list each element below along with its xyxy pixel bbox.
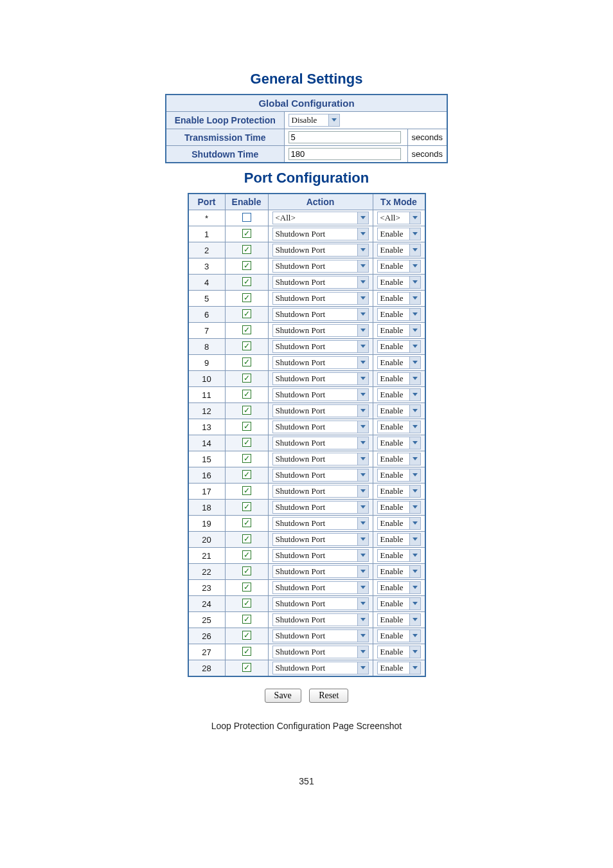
action-port-select[interactable]: Shutdown Port bbox=[272, 356, 369, 369]
txmode-port-select[interactable]: Enable bbox=[377, 437, 421, 449]
port-row: 13✓Shutdown PortEnable bbox=[188, 419, 425, 435]
action-port-select[interactable]: Shutdown Port bbox=[272, 420, 369, 433]
txmode-port-select[interactable]: Enable bbox=[377, 388, 421, 401]
action-port-select[interactable]: Shutdown Port bbox=[272, 469, 369, 482]
txmode-port-select[interactable]: Enable bbox=[377, 549, 421, 562]
txmode-port-select[interactable]: Enable bbox=[377, 372, 421, 385]
txmode-port-select[interactable]: Enable bbox=[377, 629, 421, 642]
svg-marker-27 bbox=[360, 425, 366, 428]
txmode-all-select[interactable]: <All> bbox=[377, 212, 421, 224]
txmode-port-select[interactable]: Enable bbox=[377, 244, 421, 257]
enable-checkbox[interactable]: ✓ bbox=[242, 631, 251, 640]
txmode-port-select[interactable]: Enable bbox=[377, 404, 421, 417]
enable-checkbox[interactable]: ✓ bbox=[242, 438, 251, 447]
txmode-port-select[interactable]: Enable bbox=[377, 613, 421, 626]
action-port-select[interactable]: Shutdown Port bbox=[272, 485, 369, 498]
txmode-port-select[interactable]: Enable bbox=[377, 276, 421, 289]
action-port-select[interactable]: Shutdown Port bbox=[272, 324, 369, 337]
txmode-port-select[interactable]: Enable bbox=[377, 565, 421, 578]
enable-checkbox[interactable]: ✓ bbox=[242, 261, 251, 270]
port-cell: 19 bbox=[188, 516, 226, 532]
txmode-port-select[interactable]: Enable bbox=[377, 340, 421, 353]
txmode-port-select[interactable]: Enable bbox=[377, 597, 421, 610]
action-port-select[interactable]: Shutdown Port bbox=[272, 437, 369, 449]
action-port-select[interactable]: Shutdown Port bbox=[272, 340, 369, 353]
enable-checkbox[interactable]: ✓ bbox=[242, 357, 251, 366]
enable-checkbox[interactable]: ✓ bbox=[242, 647, 251, 656]
txmode-port-select[interactable]: Enable bbox=[377, 453, 421, 466]
action-port-select[interactable]: Shutdown Port bbox=[272, 662, 369, 674]
action-port-select[interactable]: Shutdown Port bbox=[272, 646, 369, 658]
enable-checkbox[interactable]: ✓ bbox=[242, 550, 251, 559]
enable-checkbox[interactable]: ✓ bbox=[242, 406, 251, 415]
enable-checkbox[interactable]: ✓ bbox=[242, 341, 251, 350]
enable-checkbox[interactable]: ✓ bbox=[242, 663, 251, 672]
enable-checkbox[interactable]: ✓ bbox=[242, 486, 251, 495]
action-port-select[interactable]: Shutdown Port bbox=[272, 501, 369, 514]
txmode-port-select[interactable]: Enable bbox=[377, 308, 421, 321]
enable-checkbox[interactable]: ✓ bbox=[242, 599, 251, 608]
enable-checkbox[interactable]: ✓ bbox=[242, 390, 251, 399]
enable-checkbox[interactable]: ✓ bbox=[242, 566, 251, 575]
save-button[interactable]: Save bbox=[265, 689, 301, 703]
txmode-port-select[interactable]: Enable bbox=[377, 662, 421, 674]
shutdown-time-input[interactable] bbox=[289, 148, 401, 160]
enable-checkbox[interactable]: ✓ bbox=[242, 454, 251, 463]
txmode-port-select[interactable]: Enable bbox=[377, 501, 421, 514]
action-port-select[interactable]: Shutdown Port bbox=[272, 404, 369, 417]
action-port-select[interactable]: Shutdown Port bbox=[272, 533, 369, 546]
txmode-port-select[interactable]: Enable bbox=[377, 469, 421, 482]
enable-checkbox[interactable]: ✓ bbox=[242, 293, 251, 302]
reset-button[interactable]: Reset bbox=[309, 689, 348, 703]
txmode-port-select[interactable]: Enable bbox=[377, 420, 421, 433]
txmode-port-select[interactable]: Enable bbox=[377, 228, 421, 240]
svg-marker-28 bbox=[413, 425, 418, 428]
enable-checkbox[interactable]: ✓ bbox=[242, 518, 251, 527]
action-port-select[interactable]: Shutdown Port bbox=[272, 629, 369, 642]
transmission-time-input[interactable] bbox=[289, 131, 401, 143]
action-port-select[interactable]: Shutdown Port bbox=[272, 453, 369, 466]
action-port-select[interactable]: Shutdown Port bbox=[272, 517, 369, 530]
port-row: 11✓Shutdown PortEnable bbox=[188, 387, 425, 403]
txmode-port-select[interactable]: Enable bbox=[377, 485, 421, 498]
enable-checkbox[interactable]: ✓ bbox=[242, 309, 251, 318]
action-port-select[interactable]: Shutdown Port bbox=[272, 308, 369, 321]
enable-checkbox[interactable]: ✓ bbox=[242, 583, 251, 592]
txmode-port-select[interactable]: Enable bbox=[377, 581, 421, 594]
enable-checkbox[interactable]: ✓ bbox=[242, 422, 251, 431]
action-port-select[interactable]: Shutdown Port bbox=[272, 581, 369, 594]
enable-checkbox[interactable]: ✓ bbox=[242, 374, 251, 383]
txmode-port-select[interactable]: Enable bbox=[377, 517, 421, 530]
action-port-select[interactable]: Shutdown Port bbox=[272, 292, 369, 305]
svg-marker-42 bbox=[413, 538, 418, 541]
action-port-select[interactable]: Shutdown Port bbox=[272, 388, 369, 401]
txmode-port-select[interactable]: Enable bbox=[377, 260, 421, 273]
txmode-port-select[interactable]: Enable bbox=[377, 646, 421, 658]
enable-loop-protection-select[interactable]: Disable bbox=[289, 114, 340, 127]
enable-checkbox[interactable]: ✓ bbox=[242, 229, 251, 238]
enable-checkbox[interactable] bbox=[242, 213, 251, 222]
action-port-select[interactable]: Shutdown Port bbox=[272, 549, 369, 562]
txmode-port-select[interactable]: Enable bbox=[377, 356, 421, 369]
action-port-select[interactable]: Shutdown Port bbox=[272, 565, 369, 578]
enable-checkbox[interactable]: ✓ bbox=[242, 615, 251, 624]
enable-checkbox[interactable]: ✓ bbox=[242, 470, 251, 479]
action-port-select[interactable]: Shutdown Port bbox=[272, 597, 369, 610]
enable-checkbox[interactable]: ✓ bbox=[242, 277, 251, 286]
enable-checkbox[interactable]: ✓ bbox=[242, 534, 251, 543]
action-port-select[interactable]: Shutdown Port bbox=[272, 228, 369, 240]
enable-checkbox[interactable]: ✓ bbox=[242, 325, 251, 334]
action-port-select[interactable]: Shutdown Port bbox=[272, 260, 369, 273]
txmode-port-select[interactable]: Enable bbox=[377, 292, 421, 305]
txmode-port-select[interactable]: Enable bbox=[377, 324, 421, 337]
enable-checkbox[interactable]: ✓ bbox=[242, 502, 251, 511]
action-port-select[interactable]: Shutdown Port bbox=[272, 613, 369, 626]
general-settings-title: General Settings bbox=[0, 71, 613, 87]
chevron-down-icon bbox=[357, 662, 368, 674]
action-all-select[interactable]: <All> bbox=[272, 212, 369, 224]
action-port-select[interactable]: Shutdown Port bbox=[272, 276, 369, 289]
enable-checkbox[interactable]: ✓ bbox=[242, 245, 251, 254]
txmode-port-select[interactable]: Enable bbox=[377, 533, 421, 546]
action-port-select[interactable]: Shutdown Port bbox=[272, 244, 369, 257]
action-port-select[interactable]: Shutdown Port bbox=[272, 372, 369, 385]
